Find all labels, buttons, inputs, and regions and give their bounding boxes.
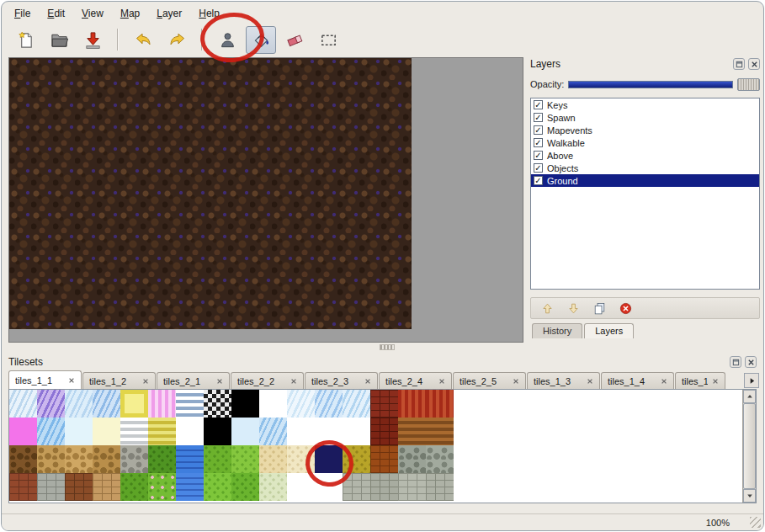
tile[interactable]: [65, 445, 93, 473]
tile[interactable]: [398, 473, 426, 501]
tile[interactable]: [204, 445, 231, 473]
opacity-slider[interactable]: [568, 81, 733, 88]
tile[interactable]: [287, 445, 315, 473]
close-tab-icon[interactable]: [68, 377, 75, 384]
map-view[interactable]: [9, 58, 412, 329]
tile[interactable]: [259, 473, 287, 501]
detach-tilesets-panel-button[interactable]: [730, 356, 741, 368]
tile[interactable]: [259, 418, 287, 445]
menu-layer[interactable]: Layer: [149, 5, 189, 22]
select-tool-button[interactable]: [313, 26, 343, 54]
tile[interactable]: [120, 390, 148, 418]
layer-visibility-checkbox[interactable]: ✓: [534, 163, 543, 173]
layer-visibility-checkbox[interactable]: ✓: [534, 100, 543, 109]
tileset-tab-tiles_2_3[interactable]: tiles_2_3: [305, 372, 378, 389]
layer-row-above[interactable]: ✓Above: [531, 149, 759, 162]
tile[interactable]: [315, 445, 343, 473]
tileset-tab-tiles_1_2[interactable]: tiles_1_2: [82, 372, 156, 389]
tile[interactable]: [176, 418, 204, 445]
tile[interactable]: [37, 390, 65, 418]
tile[interactable]: [259, 445, 287, 473]
tile[interactable]: [370, 473, 398, 501]
tile[interactable]: [9, 473, 37, 501]
save-map-button[interactable]: [77, 26, 108, 54]
delete-layer-button[interactable]: [616, 300, 635, 317]
tile[interactable]: [426, 445, 454, 473]
tile[interactable]: [231, 473, 259, 501]
close-tab-icon[interactable]: [513, 378, 519, 385]
tile[interactable]: [398, 390, 426, 418]
detach-layers-panel-button[interactable]: [733, 58, 745, 70]
layer-visibility-checkbox[interactable]: ✓: [534, 125, 543, 135]
tile[interactable]: [65, 473, 93, 501]
sprite-tool-button[interactable]: [212, 26, 242, 54]
tile[interactable]: [370, 445, 398, 473]
tile[interactable]: [65, 390, 93, 418]
close-tab-icon[interactable]: [364, 378, 371, 385]
layer-row-ground[interactable]: ✓Ground: [531, 174, 759, 187]
tile[interactable]: [148, 445, 176, 473]
redo-button[interactable]: [162, 26, 192, 54]
tileset-tab-tiles_1_1[interactable]: tiles_1_1: [8, 370, 82, 389]
tile[interactable]: [204, 473, 231, 501]
tile[interactable]: [148, 390, 176, 418]
tile[interactable]: [93, 473, 120, 501]
new-map-button[interactable]: [10, 26, 40, 54]
layer-row-walkable[interactable]: ✓Walkable: [531, 136, 759, 149]
tab-layers[interactable]: Layers: [584, 323, 634, 338]
layer-row-spawn[interactable]: ✓Spawn: [531, 111, 759, 124]
tile[interactable]: [343, 473, 370, 501]
menu-map[interactable]: Map: [113, 5, 147, 22]
layer-row-objects[interactable]: ✓Objects: [531, 162, 759, 174]
tile[interactable]: [343, 445, 370, 473]
opacity-slider-handle[interactable]: [737, 78, 760, 91]
close-tab-icon[interactable]: [216, 378, 223, 385]
tile[interactable]: [176, 445, 204, 473]
duplicate-layer-button[interactable]: [590, 300, 608, 317]
tile[interactable]: [231, 445, 259, 473]
tile[interactable]: [120, 418, 148, 445]
tile[interactable]: [259, 390, 287, 418]
tile[interactable]: [231, 418, 259, 445]
tile[interactable]: [287, 390, 315, 418]
tile[interactable]: [315, 390, 343, 418]
tile[interactable]: [426, 390, 454, 418]
close-tab-icon[interactable]: [290, 378, 297, 385]
close-tilesets-panel-button[interactable]: [745, 356, 757, 368]
layer-visibility-checkbox[interactable]: ✓: [534, 151, 543, 160]
tile[interactable]: [37, 445, 65, 473]
tileset-tab-tiles_2_1[interactable]: tiles_2_1: [157, 372, 230, 389]
tile[interactable]: [398, 445, 426, 473]
tileset-tab-tiles_1_4[interactable]: tiles_1_4: [601, 372, 674, 389]
tile[interactable]: [9, 390, 37, 418]
close-tab-icon[interactable]: [661, 378, 667, 385]
raise-layer-button[interactable]: [538, 300, 556, 317]
tile[interactable]: [176, 473, 204, 501]
tile[interactable]: [93, 445, 120, 473]
tile[interactable]: [120, 445, 148, 473]
tile[interactable]: [231, 390, 259, 418]
tile[interactable]: [426, 473, 454, 501]
layer-visibility-checkbox[interactable]: ✓: [534, 138, 543, 147]
tileset-tab-tiles_1[interactable]: tiles_1: [675, 372, 725, 389]
eraser-tool-button[interactable]: [279, 26, 310, 54]
tile[interactable]: [370, 418, 398, 445]
tab-history[interactable]: History: [532, 323, 582, 338]
fill-tool-button[interactable]: [246, 26, 276, 54]
tile[interactable]: [370, 390, 398, 418]
splitter-handle[interactable]: [380, 344, 395, 350]
tile[interactable]: [176, 390, 204, 418]
tile[interactable]: [93, 390, 120, 418]
menu-edit[interactable]: Edit: [40, 5, 72, 22]
tile[interactable]: [120, 473, 148, 501]
scrollbar-thumb[interactable]: [743, 403, 756, 489]
tile[interactable]: [37, 473, 65, 501]
tile[interactable]: [204, 390, 231, 418]
tile[interactable]: [65, 418, 93, 445]
undo-button[interactable]: [128, 26, 158, 54]
map-canvas[interactable]: [8, 57, 523, 343]
open-map-button[interactable]: [44, 26, 74, 54]
menu-view[interactable]: View: [74, 5, 111, 22]
tile[interactable]: [287, 473, 315, 501]
tile[interactable]: [148, 418, 176, 445]
